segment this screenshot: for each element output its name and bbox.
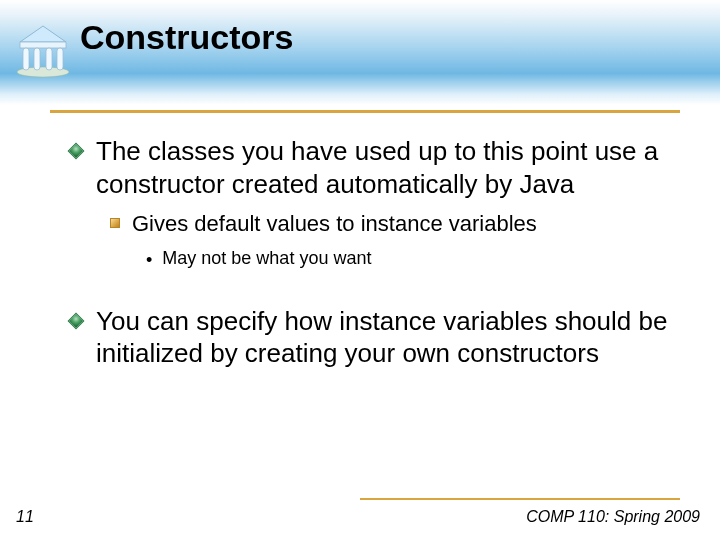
bullet-text: You can specify how instance variables s… — [96, 305, 670, 370]
bullet-level1: The classes you have used up to this poi… — [70, 135, 670, 271]
content-area: The classes you have used up to this poi… — [70, 135, 670, 392]
svg-rect-5 — [57, 48, 63, 70]
bullet-text: May not be what you want — [162, 247, 371, 270]
course-label: COMP 110: Spring 2009 — [526, 508, 700, 526]
dot-bullet-icon: • — [146, 250, 152, 271]
footer-underline — [360, 498, 680, 500]
bullet-text: Gives default values to instance variabl… — [132, 210, 537, 239]
bullet-text: The classes you have used up to this poi… — [96, 135, 670, 200]
unc-well-logo — [12, 18, 74, 80]
svg-rect-1 — [20, 42, 66, 48]
bullet-level3: • May not be what you want — [146, 247, 670, 271]
title-underline — [50, 110, 680, 113]
svg-rect-4 — [46, 48, 52, 70]
slide-title: Constructors — [80, 18, 293, 57]
bullet-level2: Gives default values to instance variabl… — [110, 210, 670, 239]
square-bullet-icon — [110, 218, 120, 228]
diamond-bullet-icon — [68, 143, 85, 160]
bullet-level1: You can specify how instance variables s… — [70, 305, 670, 370]
svg-rect-3 — [34, 48, 40, 70]
page-number: 11 — [16, 508, 34, 526]
diamond-bullet-icon — [68, 312, 85, 329]
svg-rect-2 — [23, 48, 29, 70]
